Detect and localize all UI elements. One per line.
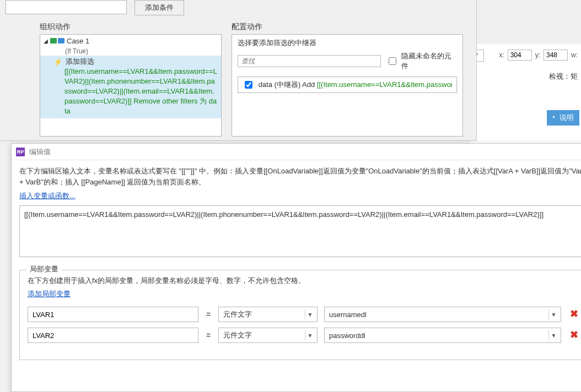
edit-value-dialog: RP 编辑值 × 在下方编辑区输入文本，变量名称或表达式要写在 "[[""]]"…	[11, 143, 581, 392]
hide-unnamed-label: 隐藏未命名的元件	[401, 51, 457, 71]
close-icon[interactable]: ×	[579, 146, 581, 157]
lvar-name-input[interactable]	[28, 328, 198, 343]
lvar-type-value: 元件文字	[223, 330, 252, 340]
case-type-icons	[50, 38, 64, 43]
action-title: 添加筛选	[66, 57, 94, 67]
chevron-down-icon: ▼	[548, 330, 558, 340]
repeater-item-row[interactable]: data (中继器) Add [[(Item.username==LVAR1&&…	[238, 77, 457, 93]
repeater-item-checkbox[interactable]	[245, 81, 252, 89]
configure-actions-header: 配置动作	[232, 22, 262, 32]
notes-tab-label: 说明	[560, 113, 574, 123]
lvar-name-input[interactable]	[28, 307, 198, 322]
hide-unnamed-checkbox[interactable]	[389, 57, 396, 65]
app-icon: RP	[16, 148, 25, 156]
lvar-target-value: passworddl	[329, 331, 365, 340]
expand-triangle-icon[interactable]: ◢	[44, 38, 48, 44]
organize-actions-header: 组织动作	[40, 22, 71, 32]
local-variables-legend: 局部变量	[26, 264, 62, 274]
lvar-target-dropdown[interactable]: usernamedl ▼	[324, 307, 561, 322]
dialog-title: 编辑值	[29, 147, 51, 157]
lvar-type-dropdown[interactable]: 元件文字 ▼	[218, 307, 318, 322]
chevron-down-icon: ▼	[305, 309, 315, 319]
delete-row-icon[interactable]: ✖	[568, 329, 580, 341]
case-icon-blue	[58, 38, 64, 43]
dialog-hint-text: 在下方编辑区输入文本，变量名称或表达式要写在 "[[""]]" 中。例如：插入变…	[19, 166, 581, 188]
local-variable-row: = 元件文字 ▼ usernamedl ▼ ✖	[28, 307, 580, 322]
case-row[interactable]: ◢ Case 1	[40, 35, 221, 47]
w-label: w:	[571, 51, 578, 59]
local-variables-fieldset: 局部变量 在下方创建用于插入fx的局部变量，局部变量名称必须是字母、数字，不允许…	[19, 270, 581, 360]
hide-unnamed-checkbox-row[interactable]: 隐藏未命名的元件	[386, 51, 457, 71]
lightning-icon: ⚡	[53, 58, 62, 66]
local-variables-hint: 在下方创建用于插入fx的局部变量，局部变量名称必须是字母、数字，不允许包含空格。	[28, 276, 580, 286]
lvar-type-value: 元件文字	[223, 309, 252, 319]
action-title-row: ⚡ 添加筛选	[53, 57, 218, 67]
repeater-item-text: data (中继器) Add [[(Item.username==LVAR1&&…	[259, 80, 452, 90]
case-label: Case 1	[67, 37, 89, 45]
equals-sign: =	[205, 310, 212, 319]
chevron-down-icon: ▼	[548, 309, 558, 319]
add-local-variable-link[interactable]: 添加局部变量	[28, 289, 71, 299]
lvar-target-value: usernamedl	[329, 311, 367, 319]
inspector-title: 检视：矩	[549, 72, 578, 81]
unsaved-indicator-icon: *	[552, 114, 555, 122]
dialog-body: 在下方编辑区输入文本，变量名称或表达式要写在 "[[""]]" 中。例如：插入变…	[12, 160, 581, 366]
x-input[interactable]	[508, 50, 532, 61]
local-variable-row: = 元件文字 ▼ passworddl ▼ ✖	[28, 328, 580, 343]
configure-actions-panel: 选择要添加筛选的中继器 隐藏未命名的元件 data (中继器) Add [[(I…	[232, 34, 463, 137]
notes-tab[interactable]: * 说明	[547, 110, 579, 126]
y-label: y:	[535, 51, 540, 59]
case-condition-text: (If True)	[40, 47, 221, 56]
y-input[interactable]	[544, 50, 568, 61]
chevron-down-icon: ▼	[305, 330, 315, 340]
lvar-target-dropdown[interactable]: passworddl ▼	[324, 328, 561, 343]
configure-title: 选择要添加筛选的中继器	[238, 38, 457, 48]
repeater-item-expr: [[(Item.username==LVAR1&&Item.password	[317, 80, 452, 89]
delete-row-icon[interactable]: ✖	[568, 308, 580, 320]
insert-variable-link[interactable]: 插入变量或函数...	[19, 191, 76, 201]
coordinate-bar: x: y: w:	[499, 50, 581, 61]
condition-input[interactable]	[6, 0, 127, 14]
repeater-search-input[interactable]	[238, 55, 381, 67]
case-editor-panel: 添加条件 组织动作 配置动作 ◢ Case 1 (If True) ⚡ 添加筛选…	[0, 0, 477, 141]
action-block[interactable]: ⚡ 添加筛选 [[(Item.username==LVAR1&&Item.pas…	[40, 56, 221, 118]
case-icon-green	[50, 38, 57, 43]
organize-actions-list: ◢ Case 1 (If True) ⚡ 添加筛选 [[(Item.userna…	[40, 34, 222, 137]
equals-sign: =	[205, 331, 212, 340]
repeater-item-prefix: data (中继器) Add	[259, 80, 317, 89]
x-label: x:	[499, 51, 504, 59]
action-expression: [[(Item.username==LVAR1&&Item.password==…	[53, 67, 218, 116]
add-condition-button[interactable]: 添加条件	[135, 0, 184, 15]
lvar-type-dropdown[interactable]: 元件文字 ▼	[218, 328, 318, 343]
dialog-titlebar[interactable]: RP 编辑值 ×	[12, 144, 581, 160]
expression-textarea[interactable]: [[(Item.username==LVAR1&&Item.password==…	[19, 205, 581, 257]
